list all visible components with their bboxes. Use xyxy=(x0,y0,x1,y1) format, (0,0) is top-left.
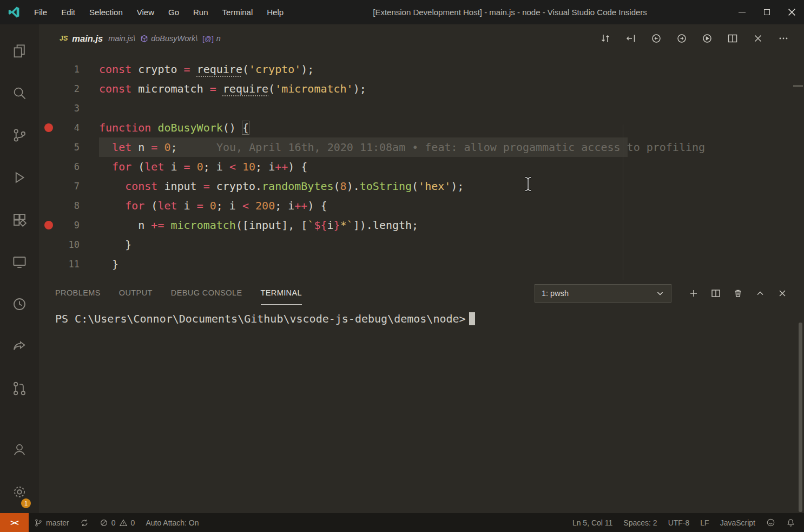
code-line-2[interactable]: 2const micromatch = require('micromatch'… xyxy=(39,79,804,98)
menu-terminal[interactable]: Terminal xyxy=(215,0,260,24)
code-line-8[interactable]: 8 for (let i = 0; i < 200; i++) { xyxy=(39,196,804,215)
line-content[interactable]: const input = crypto.randomBytes(8).toSt… xyxy=(99,176,804,196)
cursor-position-indicator[interactable]: Ln 5, Col 11 xyxy=(567,513,618,532)
breadcrumb-symbol[interactable]: doBusyWork\ xyxy=(151,34,197,43)
split-editor-icon[interactable] xyxy=(726,32,739,45)
sidebar-item-source-control[interactable] xyxy=(0,114,39,156)
tab-problems[interactable]: PROBLEMS xyxy=(55,281,101,305)
menu-help[interactable]: Help xyxy=(260,0,291,24)
code-line-3[interactable]: 3 xyxy=(39,98,804,118)
line-content[interactable]: const crypto = require('crypto'); xyxy=(99,60,804,79)
breakpoint-slot[interactable] xyxy=(44,162,53,171)
sidebar-item-remote-explorer[interactable] xyxy=(0,241,39,283)
breakpoint-slot[interactable] xyxy=(44,182,53,191)
maximize-button[interactable] xyxy=(754,0,779,24)
gutter[interactable]: 2 xyxy=(39,79,99,98)
breakpoint-slot[interactable] xyxy=(44,260,53,268)
tab-terminal[interactable]: TERMINAL xyxy=(261,281,302,305)
gutter[interactable]: 10 xyxy=(39,235,99,254)
terminal-content[interactable]: PS C:\Users\Connor\Documents\Github\vsco… xyxy=(39,306,804,325)
more-actions-icon[interactable] xyxy=(777,32,790,45)
sidebar-item-search[interactable] xyxy=(0,72,39,114)
tab-output[interactable]: OUTPUT xyxy=(119,281,153,305)
maximize-panel-button[interactable] xyxy=(754,287,767,300)
breadcrumb-file[interactable]: main.js\ xyxy=(108,34,135,43)
reverse-continue-icon[interactable] xyxy=(650,32,663,45)
step-forward-icon[interactable] xyxy=(675,32,688,45)
gutter[interactable]: 6 xyxy=(39,157,99,176)
editor[interactable]: 1const crypto = require('crypto');2const… xyxy=(39,52,804,280)
sidebar-item-explorer[interactable] xyxy=(0,30,39,72)
notifications-button[interactable] xyxy=(781,513,801,532)
breakpoint-slot[interactable] xyxy=(44,240,53,249)
editor-tab-filename[interactable]: main.js xyxy=(72,34,103,44)
gutter[interactable]: 3 xyxy=(39,98,99,118)
new-terminal-button[interactable] xyxy=(687,287,700,300)
code-line-7[interactable]: 7 const input = crypto.randomBytes(8).to… xyxy=(39,176,804,196)
sidebar-item-run-debug[interactable] xyxy=(0,156,39,199)
gutter[interactable]: 1 xyxy=(39,60,99,79)
breakpoint-dot[interactable] xyxy=(44,221,53,229)
line-content[interactable]: let n = 0;You, April 16th, 2020 11:08am … xyxy=(99,137,804,157)
gutter[interactable]: 8 xyxy=(39,196,99,215)
split-terminal-button[interactable] xyxy=(709,287,722,300)
close-panel-button[interactable] xyxy=(776,287,789,300)
branch-indicator[interactable]: master xyxy=(29,513,75,532)
step-back-icon[interactable] xyxy=(624,32,637,45)
terminal-instance-select[interactable]: 1: pwsh xyxy=(535,284,671,303)
breakpoint-slot[interactable] xyxy=(44,143,53,152)
line-content[interactable]: for (let i = 0; i < 10; i++) { xyxy=(99,157,804,176)
menu-selection[interactable]: Selection xyxy=(82,0,130,24)
code-line-6[interactable]: 6 for (let i = 0; i < 10; i++) { xyxy=(39,157,804,176)
eol-indicator[interactable]: LF xyxy=(695,513,714,532)
auto-attach-indicator[interactable]: Auto Attach: On xyxy=(140,513,204,532)
code-line-9[interactable]: 9 n += micromatch([input], [`${i}*`]).le… xyxy=(39,215,804,235)
sidebar-item-github-pull-requests[interactable] xyxy=(0,367,39,410)
sidebar-item-accounts[interactable] xyxy=(0,429,39,471)
breakpoint-dot[interactable] xyxy=(44,123,53,132)
feedback-button[interactable] xyxy=(761,513,781,532)
gutter[interactable]: 9 xyxy=(39,215,99,235)
gutter[interactable]: 5 xyxy=(39,137,99,157)
editor-scrollbar-thumb[interactable] xyxy=(793,85,803,87)
code-line-4[interactable]: 4function doBusyWork() { xyxy=(39,118,804,137)
minimize-button[interactable] xyxy=(729,0,754,24)
breakpoint-slot[interactable] xyxy=(44,84,53,93)
line-content[interactable]: const micromatch = require('micromatch')… xyxy=(99,79,804,98)
close-window-button[interactable] xyxy=(779,0,804,24)
sync-button[interactable] xyxy=(75,513,94,532)
breakpoint-slot[interactable] xyxy=(44,104,53,113)
compare-changes-icon[interactable] xyxy=(599,32,612,45)
line-content[interactable]: function doBusyWork() { xyxy=(99,118,804,137)
close-editor-icon[interactable] xyxy=(752,32,765,45)
remote-indicator[interactable]: >< xyxy=(0,513,29,532)
indentation-indicator[interactable]: Spaces: 2 xyxy=(618,513,662,532)
line-content[interactable]: n += micromatch([input], [`${i}*`]).leng… xyxy=(99,215,804,235)
menu-go[interactable]: Go xyxy=(161,0,186,24)
sidebar-item-extensions[interactable] xyxy=(0,199,39,241)
code-line-11[interactable]: 11 } xyxy=(39,254,804,274)
gutter[interactable]: 4 xyxy=(39,118,99,137)
breakpoint-slot[interactable] xyxy=(44,201,53,210)
tab-debug-console[interactable]: DEBUG CONSOLE xyxy=(171,281,242,305)
menu-edit[interactable]: Edit xyxy=(54,0,82,24)
gutter[interactable]: 7 xyxy=(39,176,99,196)
language-mode-indicator[interactable]: JavaScript xyxy=(715,513,761,532)
breakpoint-slot[interactable] xyxy=(44,65,53,74)
line-content[interactable] xyxy=(99,98,804,118)
code-line-10[interactable]: 10 } xyxy=(39,235,804,254)
code-line-5[interactable]: 5 let n = 0;You, April 16th, 2020 11:08a… xyxy=(39,137,804,157)
line-content[interactable]: } xyxy=(99,235,804,254)
terminal-scrollbar[interactable] xyxy=(799,323,802,512)
sidebar-item-profiles[interactable] xyxy=(0,283,39,325)
line-content[interactable]: for (let i = 0; i < 200; i++) { xyxy=(99,196,804,215)
line-content[interactable]: } xyxy=(99,254,804,274)
menu-run[interactable]: Run xyxy=(186,0,215,24)
sidebar-item-live-share[interactable] xyxy=(0,325,39,367)
menu-file[interactable]: File xyxy=(27,0,54,24)
encoding-indicator[interactable]: UTF-8 xyxy=(663,513,695,532)
sidebar-item-settings[interactable]: 1 xyxy=(0,471,39,513)
menu-view[interactable]: View xyxy=(130,0,161,24)
code-line-1[interactable]: 1const crypto = require('crypto'); xyxy=(39,60,804,79)
breadcrumb-member[interactable]: n xyxy=(216,34,221,43)
